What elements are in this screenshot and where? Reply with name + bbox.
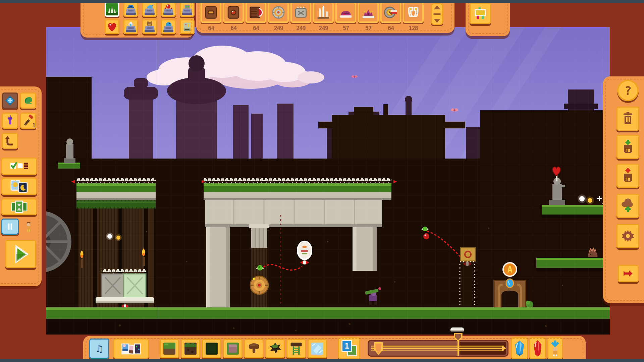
character-button[interactable] [21, 219, 36, 235]
hotbar-count: 57 [358, 25, 379, 32]
tile-dark-button[interactable] [202, 339, 221, 358]
day-night-toggle[interactable] [1, 178, 37, 195]
stepper-up-icon[interactable] [434, 5, 440, 9]
timeline-slider[interactable] [368, 340, 508, 357]
hotbar-slot-hatch-door[interactable]: 64 [201, 2, 221, 32]
tile-mushroom-icon [247, 341, 261, 356]
hotbar-slot-spiky-slug[interactable]: 57 [358, 2, 379, 32]
wand-tool-button[interactable] [2, 113, 18, 129]
layers-button[interactable]: 1 [338, 337, 360, 359]
hotbar-slot-side-hatch[interactable]: 64 [246, 2, 266, 32]
undo-icon [4, 135, 16, 147]
palette-item-spike-picture[interactable] [105, 2, 119, 17]
load-button[interactable] [616, 164, 639, 188]
terrain-tool-button[interactable] [20, 93, 36, 109]
settings-button[interactable] [616, 224, 639, 248]
theme-cards-button[interactable] [1, 198, 37, 215]
hotbar-panel: 646464249249249575764128 [196, 0, 454, 33]
sign-button[interactable] [470, 3, 491, 24]
brush-tool-button[interactable]: 1 [20, 113, 36, 129]
hotbar-slots: 646464249249249575764128 [201, 2, 424, 32]
sign-icon [473, 6, 488, 21]
bottom-bar-panel: ♫ 1 [83, 336, 586, 362]
palette-item-box-spikeball[interactable] [161, 2, 176, 17]
timeline-track-line [371, 348, 504, 349]
day-night-icon [4, 179, 35, 193]
palette-item-box-rocket[interactable] [123, 19, 138, 34]
palette-item-box-console[interactable] [180, 19, 195, 34]
upload-cloud-button[interactable] [616, 194, 639, 218]
level-editor-screen: A [0, 0, 644, 362]
hotbar-slot-slug[interactable]: 57 [335, 2, 356, 32]
pause-button[interactable] [1, 219, 19, 235]
hotbar-slot-flag-disc[interactable]: 64 [380, 2, 401, 32]
tile-grass-icon [162, 341, 177, 356]
terrain-tool-icon [22, 95, 34, 107]
palette-item-box-bear[interactable] [142, 19, 157, 34]
red-gem-icon [532, 340, 544, 357]
palette-item-box-cap[interactable] [123, 2, 138, 17]
theme-cards-icon [4, 200, 35, 214]
tile-ladder-button[interactable] [286, 339, 306, 358]
backgrounds-button[interactable] [113, 339, 149, 359]
tile-frame-icon [225, 341, 240, 356]
item-palette-grid [105, 2, 195, 34]
hatch-door-icon [201, 2, 221, 23]
blue-gem-button[interactable] [511, 337, 528, 359]
hotbar-slot-goggles[interactable]: 128 [403, 2, 424, 32]
hotbar-count: 128 [403, 25, 424, 32]
red-gem-button[interactable] [529, 337, 546, 359]
tile-dark-icon [204, 341, 219, 356]
spawn-point-button[interactable] [547, 337, 563, 359]
left-toolbar-panel: 1 [0, 86, 42, 286]
hotbar-slot-saw-disc[interactable]: 249 [268, 2, 289, 32]
slug-icon [335, 2, 356, 23]
hotbar-slot-candles[interactable]: 249 [313, 2, 334, 32]
level-canvas[interactable]: A [46, 27, 610, 335]
tile-dirt-button[interactable] [181, 339, 200, 358]
save-upload-icon [620, 167, 636, 184]
music-button[interactable]: ♫ [89, 339, 109, 359]
flag-disc-icon [380, 2, 401, 23]
checklist-button[interactable] [1, 158, 37, 175]
palette-item-box-bird[interactable] [161, 19, 176, 34]
palette-item-box-robot[interactable] [180, 2, 195, 17]
sign-panel [466, 0, 510, 36]
hotbar-count: 64 [201, 25, 221, 32]
candles-icon [313, 2, 334, 23]
tile-frame-button[interactable] [223, 339, 243, 358]
tile-bush-button[interactable] [265, 339, 285, 358]
stepper-down-icon[interactable] [434, 19, 440, 23]
window-top-edge [0, 0, 644, 3]
undo-button[interactable] [2, 133, 18, 149]
exit-button[interactable] [618, 265, 639, 282]
hotbar-page-stepper[interactable] [431, 3, 443, 25]
brush-size-badge: 1 [32, 122, 36, 129]
delete-level-button[interactable] [616, 107, 639, 131]
tile-ice-button[interactable] [308, 339, 327, 358]
tile-ice-icon [310, 341, 325, 356]
save-button[interactable] [616, 135, 639, 159]
backgrounds-icon [117, 341, 146, 356]
timeline-handle[interactable] [374, 342, 383, 355]
play-button[interactable] [5, 240, 36, 268]
tile-ladder-icon [289, 341, 304, 356]
checklist-icon [4, 160, 35, 173]
hotbar-slot-eye-door[interactable]: 64 [223, 2, 244, 32]
side-hatch-icon [246, 2, 266, 23]
cloud-upload-icon [620, 197, 636, 214]
move-tool-icon [4, 95, 16, 107]
crusher-icon [290, 2, 311, 23]
item-palette-panel [80, 0, 194, 38]
palette-item-heart[interactable] [105, 19, 119, 34]
palette-item-box-fish[interactable] [142, 2, 157, 17]
hotbar-slot-crusher[interactable]: 249 [290, 2, 311, 32]
help-button[interactable]: ? [617, 80, 639, 101]
tile-grass-button[interactable] [160, 339, 179, 358]
window-bottom-edge [0, 359, 644, 362]
play-icon [11, 244, 31, 264]
tile-mushroom-button[interactable] [244, 339, 264, 358]
move-tool-button[interactable] [2, 93, 18, 109]
tile-dirt-icon [183, 341, 198, 356]
music-note-icon: ♫ [96, 343, 102, 355]
